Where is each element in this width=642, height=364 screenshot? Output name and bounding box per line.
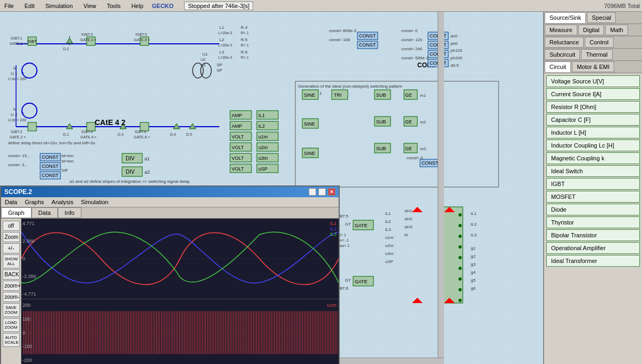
component-igbt[interactable]: IGBT: [546, 178, 640, 190]
svg-text:GATE.2 »: GATE.2 »: [10, 135, 26, 139]
scope-save-zoom-button[interactable]: SAVE ZOOM: [3, 303, 20, 317]
rp-tab-subcircuit[interactable]: Subcircuit: [545, 49, 580, 60]
rp-tab-thermal[interactable]: Thermal: [581, 49, 612, 60]
scope-back-button[interactable]: BACK: [3, 269, 20, 280]
component-ideal-switch[interactable]: Ideal Switch: [546, 165, 640, 177]
svg-text:a1: a1: [144, 156, 150, 161]
menu-file[interactable]: File: [2, 2, 16, 10]
rp-tab-motor-emi[interactable]: Motor & EMI: [572, 61, 614, 72]
svg-point-187: [458, 299, 462, 302]
scope-toolbar: off Zoom +/- SHOW ALL BACK zoom+ zoom- S…: [1, 219, 21, 364]
rp-tab-control[interactable]: Control: [585, 37, 613, 48]
svg-text:g4: g4: [471, 270, 476, 275]
upper-chart-legend: iL1 iL2 iL3: [330, 221, 337, 237]
scope-zoom-out-button[interactable]: zoom-: [3, 292, 20, 302]
scope-maximize-button[interactable]: □: [318, 188, 326, 196]
rp-tab-source-sink[interactable]: Source/Sink: [545, 12, 586, 23]
rp-tab-reluctance[interactable]: Reluctance: [545, 37, 584, 48]
scope-menu-simulation[interactable]: Simulation: [79, 198, 110, 206]
component-voltage-source[interactable]: Voltage Source U[V]: [546, 75, 640, 87]
svg-text:D.4: D.4: [170, 133, 176, 136]
component-thyristor[interactable]: Thyristor: [546, 216, 640, 228]
scope-menu-analysis[interactable]: Analysis: [50, 198, 75, 206]
scope-graph-area[interactable]: 4.771 2.386 0 -2.386 -4.771 iL1 iL2 iL3: [21, 219, 339, 364]
svg-text:td+ton: td+ton: [62, 153, 73, 158]
svg-text:iL1: iL1: [258, 113, 265, 118]
svg-text:IGBT.6: IGBT.6: [135, 130, 147, 134]
menu-edit[interactable]: Edit: [22, 2, 37, 10]
svg-text:DIV: DIV: [126, 156, 135, 161]
svg-text:toff: toff: [62, 168, 68, 173]
component-current-source[interactable]: Current Source I[A]: [546, 88, 640, 100]
svg-text:D.3: D.3: [118, 133, 124, 136]
svg-point-183: [458, 256, 462, 259]
y-zero-label: 0: [22, 256, 36, 261]
simulation-status: Stopped after 746e-3[s]: [184, 2, 253, 10]
svg-text:u2m: u2m: [385, 243, 394, 248]
right-panel-tabs: Source/Sink Special: [544, 12, 642, 24]
svg-text:CONST: CONST: [359, 33, 376, 38]
scope-zoom-button[interactable]: Zoom: [3, 232, 20, 242]
svg-text:VOLT: VOLT: [232, 156, 244, 161]
menu-tools[interactable]: Tools: [105, 2, 123, 10]
svg-text:GATE: GATE: [355, 279, 368, 284]
component-inductor[interactable]: Inductor L [H]: [546, 127, 640, 138]
svg-point-179: [458, 213, 462, 216]
scope-cursor-button[interactable]: +/-: [3, 243, 20, 253]
menu-simulation[interactable]: Simulation: [43, 2, 75, 10]
svg-text:GATE.5 »: GATE.5 »: [134, 38, 150, 42]
svg-text:SUB: SUB: [376, 119, 386, 125]
component-operational-amplifier[interactable]: Operational Amplifier: [546, 242, 640, 254]
svg-text:D.2: D.2: [63, 47, 69, 51]
svg-text:g3: g3: [471, 262, 476, 267]
svg-text:iL1: iL1: [471, 211, 477, 216]
component-magnetic-coupling[interactable]: Magnetic Coupling k: [546, 152, 640, 164]
scope-menu-graphs[interactable]: Graphs: [23, 198, 45, 206]
component-inductor-coupling[interactable]: Inductor Coupling Lc [H]: [546, 140, 640, 151]
svg-text:iL3: iL3: [471, 233, 477, 237]
svg-text:R= 1: R= 1: [241, 56, 249, 59]
rp-tab-measure[interactable]: Measure: [545, 25, 577, 35]
scope-tab-info[interactable]: Info: [58, 207, 81, 218]
svg-text:g2: g2: [471, 254, 476, 259]
svg-text:Generation of the ideal (non-d: Generation of the ideal (non-delayed) sw…: [298, 84, 402, 89]
scope-auto-scale-button[interactable]: AUTO SCALE: [3, 333, 20, 347]
component-mosfet[interactable]: MOSFET: [546, 191, 640, 203]
scope-content: off Zoom +/- SHOW ALL BACK zoom+ zoom- S…: [1, 219, 339, 364]
svg-text:sin1: sin1: [404, 208, 412, 213]
scope-close-button[interactable]: ✕: [328, 188, 335, 196]
svg-text:ph120: ph120: [450, 48, 463, 53]
scope-titlebar[interactable]: SCOPE.2 _ □ ✕: [1, 187, 339, 197]
menubar: File Edit Simulation View Tools Help GEC…: [0, 0, 642, 12]
rp-tab-digital[interactable]: Digital: [578, 25, 605, 35]
rp-tab-special[interactable]: Special: [587, 12, 616, 23]
svg-text:DIV: DIV: [126, 169, 135, 175]
scope-zoom-in-button[interactable]: zoom+: [3, 281, 20, 291]
scope-menu-data[interactable]: Data: [3, 198, 19, 206]
scope-tab-data[interactable]: Data: [32, 207, 58, 218]
scope-tab-graph[interactable]: Graph: [1, 207, 32, 218]
canvas-area[interactable]: IGBT IGBT.1 GATE.1 » D.2 IGBT.3 GATE.3 »…: [0, 12, 543, 364]
y-lower-min: -200: [22, 358, 32, 363]
scope-show-all-button[interactable]: SHOW ALL: [3, 254, 20, 268]
component-diode[interactable]: Diode: [546, 204, 640, 215]
svg-point-184: [458, 267, 462, 270]
menu-view[interactable]: View: [81, 2, 98, 10]
scope-off-button[interactable]: off: [3, 221, 20, 231]
scope-minimize-button[interactable]: _: [309, 188, 316, 196]
svg-text:L=20e-3: L=20e-3: [218, 56, 232, 59]
svg-text:GE: GE: [405, 92, 412, 98]
svg-text:L2: L2: [219, 37, 224, 42]
vertical-scrollbar[interactable]: [438, 12, 444, 358]
rp-tab-circuit[interactable]: Circuit: [545, 61, 571, 72]
component-capacitor[interactable]: Capacitor C [F]: [546, 114, 640, 126]
menu-help[interactable]: Help: [129, 2, 146, 10]
component-bipolar-transistor[interactable]: Bipolar Transistor: [546, 229, 640, 241]
component-ideal-transformer[interactable]: Ideal Transformer: [546, 255, 640, 267]
svg-text:IGBT.4: IGBT.4: [81, 130, 93, 134]
component-resistor[interactable]: Resistor R [Ohm]: [546, 101, 640, 113]
scope-load-zoom-button[interactable]: LOAD ZOOM: [3, 318, 20, 332]
svg-text:GATE.6 »: GATE.6 »: [134, 135, 150, 139]
svg-point-186: [458, 288, 462, 291]
rp-tab-math[interactable]: Math: [605, 25, 628, 35]
